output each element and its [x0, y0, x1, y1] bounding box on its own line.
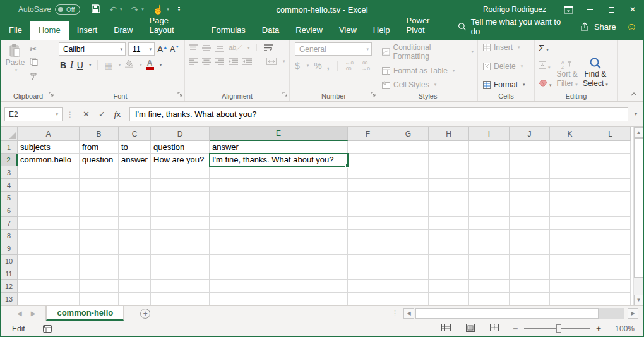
cell-J1[interactable]: [510, 141, 550, 154]
cell-B1[interactable]: from: [80, 141, 119, 154]
alignment-dialog-launcher-icon[interactable]: [282, 88, 287, 99]
cell-C10[interactable]: [119, 255, 151, 267]
accounting-format-icon[interactable]: $: [295, 61, 300, 71]
orientation-icon[interactable]: ab⟋: [229, 44, 241, 52]
cell-K5[interactable]: [550, 192, 590, 204]
cell-F11[interactable]: [348, 267, 388, 280]
vertical-scroll-thumb[interactable]: [634, 138, 643, 278]
cell-J5[interactable]: [510, 192, 550, 204]
decrease-indent-icon[interactable]: [229, 58, 238, 65]
cell-D5[interactable]: [151, 192, 210, 204]
customize-quick-access-icon[interactable]: ▾: [178, 7, 181, 12]
comma-style-icon[interactable]: ,: [327, 61, 330, 71]
ribbon-display-options-icon[interactable]: [558, 1, 579, 18]
autosum-button[interactable]: Σ▾: [539, 42, 552, 53]
merge-center-dropdown-icon[interactable]: ▾: [283, 59, 285, 64]
cell-D3[interactable]: [151, 166, 210, 179]
cell-H9[interactable]: [429, 242, 469, 255]
column-header-B[interactable]: B: [80, 127, 119, 141]
cell-I1[interactable]: [469, 141, 510, 154]
cut-icon[interactable]: ✂: [30, 44, 38, 54]
row-header-2[interactable]: 2: [1, 154, 18, 166]
save-icon[interactable]: [92, 4, 100, 15]
tab-file[interactable]: File: [1, 21, 30, 40]
column-header-E[interactable]: E: [210, 127, 348, 141]
feedback-smiley-icon[interactable]: ☺: [626, 21, 637, 35]
borders-icon[interactable]: ▦: [104, 60, 112, 70]
increase-decimal-icon[interactable]: ←.0 .00: [345, 60, 356, 71]
cell-K13[interactable]: [550, 293, 590, 305]
fill-color-dropdown-icon[interactable]: ▾: [140, 63, 142, 68]
undo-icon[interactable]: ↶: [109, 5, 117, 14]
cell-L8[interactable]: [590, 230, 631, 242]
cell-G11[interactable]: [388, 267, 429, 280]
italic-button[interactable]: I: [70, 60, 73, 70]
align-middle-icon[interactable]: [202, 44, 211, 52]
column-header-G[interactable]: G: [388, 127, 429, 141]
cell-I5[interactable]: [469, 192, 510, 204]
cell-E5[interactable]: [210, 192, 348, 204]
cell-A10[interactable]: [18, 255, 80, 267]
cell-H3[interactable]: [429, 166, 469, 179]
expand-formula-bar-icon[interactable]: ▾: [632, 111, 640, 117]
cell-D9[interactable]: [151, 242, 210, 255]
cell-D13[interactable]: [151, 293, 210, 305]
cell-G9[interactable]: [388, 242, 429, 255]
autosave-control[interactable]: AutoSave Off: [18, 4, 80, 15]
cell-F7[interactable]: [348, 217, 388, 230]
cell-C12[interactable]: [119, 280, 151, 293]
column-header-C[interactable]: C: [119, 127, 151, 141]
new-sheet-icon[interactable]: +: [140, 309, 150, 319]
tab-review[interactable]: Review: [287, 21, 331, 40]
cell-E6[interactable]: [210, 204, 348, 217]
cell-C9[interactable]: [119, 242, 151, 255]
cell-G2[interactable]: [388, 154, 429, 166]
cell-F3[interactable]: [348, 166, 388, 179]
scroll-up-icon[interactable]: ▲: [634, 127, 643, 138]
cell-H2[interactable]: [429, 154, 469, 166]
cell-L4[interactable]: [590, 179, 631, 192]
cell-A4[interactable]: [18, 179, 80, 192]
number-dialog-launcher-icon[interactable]: [371, 88, 376, 99]
cell-C1[interactable]: to: [119, 141, 151, 154]
align-bottom-icon[interactable]: [215, 44, 224, 52]
cell-E13[interactable]: [210, 293, 348, 305]
cell-I7[interactable]: [469, 217, 510, 230]
cell-G10[interactable]: [388, 255, 429, 267]
cell-I11[interactable]: [469, 267, 510, 280]
align-left-icon[interactable]: [189, 58, 198, 65]
cell-D4[interactable]: [151, 179, 210, 192]
cell-K1[interactable]: [550, 141, 590, 154]
cell-E10[interactable]: [210, 255, 348, 267]
column-header-K[interactable]: K: [550, 127, 590, 141]
zoom-in-icon[interactable]: +: [596, 324, 601, 333]
column-header-J[interactable]: J: [510, 127, 550, 141]
cell-F5[interactable]: [348, 192, 388, 204]
next-sheet-icon[interactable]: ▶: [31, 310, 36, 317]
cell-F2[interactable]: [348, 154, 388, 166]
cell-A11[interactable]: [18, 267, 80, 280]
select-all-corner[interactable]: [1, 127, 18, 141]
minimize-button[interactable]: [579, 1, 600, 18]
cell-E1[interactable]: answer: [210, 141, 348, 154]
grow-font-button[interactable]: A▲: [157, 44, 167, 54]
number-format-select[interactable]: General ▾: [295, 42, 372, 56]
bold-button[interactable]: B: [60, 60, 66, 70]
cell-I8[interactable]: [469, 230, 510, 242]
cell-A1[interactable]: subjects: [18, 141, 80, 154]
cell-G6[interactable]: [388, 204, 429, 217]
decrease-decimal-icon[interactable]: .00 →.0: [361, 60, 373, 71]
orientation-dropdown-icon[interactable]: ▾: [247, 46, 250, 51]
cell-F4[interactable]: [348, 179, 388, 192]
cell-L11[interactable]: [590, 267, 631, 280]
cell-H13[interactable]: [429, 293, 469, 305]
formula-input[interactable]: I'm fine, thanks. What about you?: [129, 107, 628, 121]
cell-I10[interactable]: [469, 255, 510, 267]
row-header-12[interactable]: 12: [1, 280, 18, 293]
share-button[interactable]: Share: [580, 22, 616, 35]
format-cells-button[interactable]: Format ▾: [483, 80, 529, 89]
cell-J3[interactable]: [510, 166, 550, 179]
cell-E11[interactable]: [210, 267, 348, 280]
cell-A6[interactable]: [18, 204, 80, 217]
copy-icon[interactable]: [30, 57, 38, 68]
